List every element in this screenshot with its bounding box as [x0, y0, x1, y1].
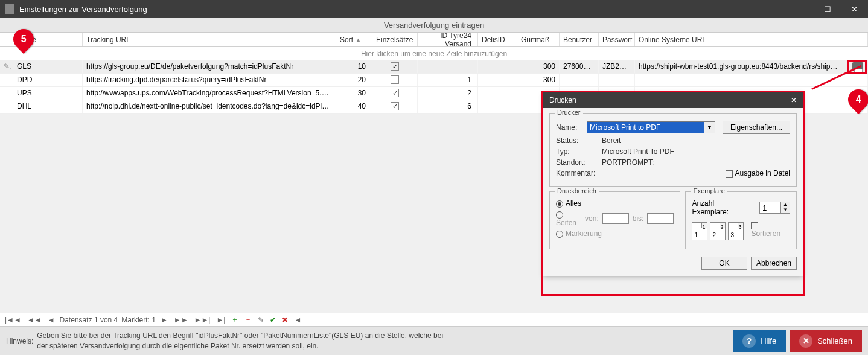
window-titlebar: Einstellungen zur Versandverfolgung ― ☐ …	[0, 0, 868, 18]
cell-einzel[interactable]: ✓	[372, 100, 418, 113]
print-to-file-checkbox[interactable]: Ausgabe in Datei	[726, 169, 790, 177]
print-dialog-close-icon[interactable]: ✕	[791, 96, 797, 104]
cell-tracking-url[interactable]: https://tracking.dpd.de/parcelstatus?que…	[83, 74, 336, 86]
cell-name[interactable]: GLS	[13, 60, 83, 73]
row-indicator	[0, 74, 13, 86]
window-title: Einstellungen zur Versandverfolgung	[19, 5, 147, 14]
cell-benutzer[interactable]	[560, 74, 599, 86]
cell-gurt[interactable]: 300	[517, 60, 560, 73]
chevron-down-icon[interactable]: ▼	[704, 121, 715, 133]
section-title: Versandverfolgung eintragen	[0, 18, 868, 33]
save-record-button[interactable]: ✔	[269, 316, 277, 324]
table-row[interactable]: DPDhttps://tracking.dpd.de/parcelstatus?…	[0, 74, 868, 87]
hint-text: Geben Sie bitte bei der Tracking URL den…	[37, 331, 447, 350]
copies-group: Exemplare Anzahl Exemplare: ▲▼ 11 22 33	[685, 191, 797, 249]
col-tracking-url[interactable]: Tracking URL	[83, 33, 336, 46]
col-benutzer[interactable]: Benutzer	[560, 33, 599, 46]
cell-name[interactable]: DPD	[13, 74, 83, 86]
cell-tracking-url[interactable]: http://nolp.dhl.de/nextt-online-public/s…	[83, 100, 336, 113]
cell-einzel[interactable]: ✓	[372, 87, 418, 100]
print-dialog-titlebar[interactable]: Drucken ✕	[543, 92, 803, 108]
range-to-input[interactable]	[647, 213, 674, 224]
record-position: Datensatz 1 von 4	[60, 316, 118, 324]
window-close-button[interactable]: ✕	[841, 0, 868, 18]
col-einzelsaetze[interactable]: Einzelsätze	[372, 33, 418, 46]
row-indicator	[0, 100, 13, 113]
cell-tyre24[interactable]: 2	[418, 87, 478, 100]
printer-properties-button[interactable]: Eigenschaften...	[723, 121, 790, 134]
add-record-button[interactable]: ＋	[230, 315, 240, 325]
table-row[interactable]: ✎GLShttps://gls-group.eu/DE/de/paketverf…	[0, 60, 868, 74]
cell-delisid[interactable]	[478, 74, 517, 86]
cell-online-url[interactable]: https://shipit-wbm-test01.gls-group.eu:8…	[635, 60, 847, 73]
col-gurtmass[interactable]: Gurtmaß	[517, 33, 560, 46]
nav-next-button[interactable]: ►	[159, 316, 169, 324]
cell-name[interactable]: UPS	[13, 87, 83, 100]
cell-benutzer[interactable]: 2760083...	[560, 60, 599, 73]
cell-tyre24[interactable]: 1	[418, 74, 478, 86]
cell-tyre24[interactable]: 6	[418, 100, 478, 113]
delete-record-button[interactable]: －	[243, 315, 253, 325]
record-navigator: |◄◄ ◄◄ ◄ Datensatz 1 von 4 Markiert: 1 ►…	[0, 313, 868, 326]
range-from-input[interactable]	[602, 213, 629, 224]
cell-passwort[interactable]	[599, 74, 635, 86]
cell-name[interactable]: DHL	[13, 100, 83, 113]
nav-first-button[interactable]: |◄◄	[4, 316, 22, 324]
range-pages-radio[interactable]: Seiten	[556, 210, 576, 227]
cell-sort[interactable]: 10	[336, 60, 372, 73]
col-passwort[interactable]: Passwort	[599, 33, 635, 46]
nav-prev-button[interactable]: ◄	[46, 316, 56, 324]
grid-new-row[interactable]: Hier klicken um eine neue Zeile hinzuzuf…	[0, 47, 868, 60]
nav-more-button[interactable]: ◄	[293, 316, 302, 324]
cell-sort[interactable]: 20	[336, 74, 372, 86]
print-dialog-title: Drucken	[549, 96, 576, 104]
col-delisid[interactable]: DelisID	[478, 33, 517, 46]
collate-checkbox: Sortieren	[751, 221, 790, 238]
grid-header: Name Tracking URL Sort▲ Einzelsätze ID T…	[0, 33, 868, 47]
window-minimize-button[interactable]: ―	[787, 0, 814, 18]
footer-bar: Hinweis: Geben Sie bitte bei der Trackin…	[0, 326, 868, 355]
print-ok-button[interactable]: OK	[701, 257, 747, 270]
nav-end-button[interactable]: ►|	[215, 316, 226, 324]
nav-prevpage-button[interactable]: ◄◄	[26, 316, 43, 324]
cell-action	[847, 87, 868, 100]
cell-sort[interactable]: 30	[336, 87, 372, 100]
cell-tracking-url[interactable]: http://wwwapps.ups.com/WebTracking/proce…	[83, 87, 336, 100]
nav-last-button[interactable]: ►►|	[193, 316, 212, 324]
help-button[interactable]: ?Hilfe	[733, 330, 786, 352]
help-icon: ?	[742, 334, 756, 348]
hint-label: Hinweis:	[6, 337, 33, 345]
cell-delisid[interactable]	[478, 60, 517, 73]
col-name[interactable]: Name	[13, 33, 83, 46]
cell-action	[847, 74, 868, 86]
cell-delisid[interactable]	[478, 100, 517, 113]
cell-einzel[interactable]: ✓	[372, 60, 418, 73]
record-marked: Markiert: 1	[121, 316, 156, 324]
print-range-group: Druckbereich Alles Seiten von: bis: Mark…	[549, 191, 680, 249]
close-icon: ✕	[799, 334, 812, 348]
print-dialog: Drucken ✕ Drucker Name: Microsoft Print …	[543, 92, 803, 276]
cell-passwort[interactable]: JZB2DU0...	[599, 60, 635, 73]
cell-delisid[interactable]	[478, 87, 517, 100]
cell-sort[interactable]: 40	[336, 100, 372, 113]
row-indicator: ✎	[0, 60, 13, 73]
range-all-radio[interactable]: Alles	[556, 199, 581, 208]
edit-record-button[interactable]: ✎	[257, 316, 265, 324]
col-online-url[interactable]: Online Systeme URL	[635, 33, 847, 46]
cell-tyre24[interactable]	[418, 60, 478, 73]
nav-nextpage-button[interactable]: ►►	[173, 316, 190, 324]
close-button[interactable]: ✕Schließen	[790, 330, 862, 352]
cell-tracking-url[interactable]: https://gls-group.eu/DE/de/paketverfolgu…	[83, 60, 336, 73]
print-cancel-button[interactable]: Abbrechen	[751, 257, 797, 270]
cell-einzel[interactable]	[372, 74, 418, 86]
col-tyre24[interactable]: ID Tyre24 Versand	[418, 33, 478, 46]
copies-spinner[interactable]: ▲▼	[759, 202, 790, 214]
window-maximize-button[interactable]: ☐	[814, 0, 841, 18]
col-sort[interactable]: Sort▲	[336, 33, 372, 46]
range-selection-radio: Markierung	[556, 229, 602, 238]
cell-online-url[interactable]	[635, 74, 847, 86]
app-icon	[5, 4, 14, 14]
printer-name-select[interactable]: Microsoft Print to PDF ▼	[587, 121, 715, 133]
cell-gurt[interactable]: 300	[517, 74, 560, 86]
cancel-record-button[interactable]: ✖	[281, 316, 289, 324]
